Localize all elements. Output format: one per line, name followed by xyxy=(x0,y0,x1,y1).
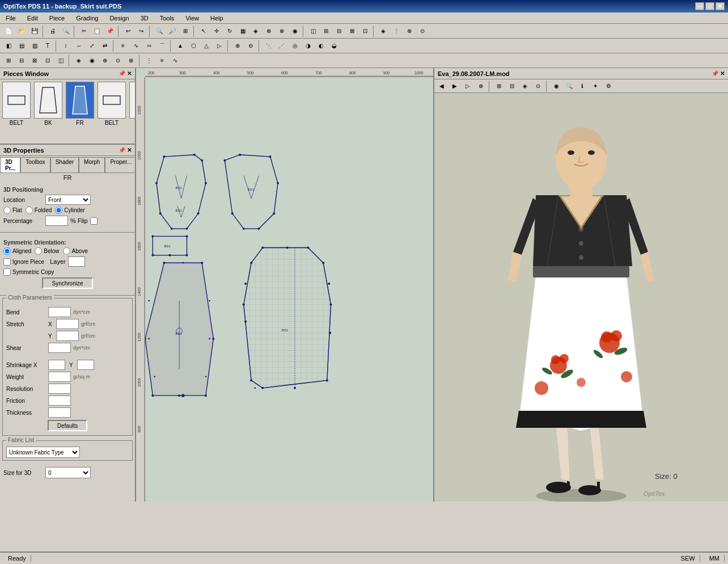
tb10[interactable]: ⊗ xyxy=(276,25,288,37)
above-radio[interactable] xyxy=(63,247,70,255)
stretch-x-input[interactable]: 1000 xyxy=(56,319,79,329)
tab-toolbox[interactable]: Toolbox xyxy=(20,157,50,172)
print-button[interactable]: 🖨 xyxy=(46,25,59,37)
cut-button[interactable]: ✂ xyxy=(78,25,90,37)
menu-edit[interactable]: Edit xyxy=(24,14,41,23)
3d-tb10[interactable]: 🔍 xyxy=(563,80,575,92)
piece-item-bk[interactable]: BK xyxy=(34,82,62,140)
3d-tb3[interactable]: ▷ xyxy=(462,80,474,92)
tb2-1[interactable]: ◧ xyxy=(2,40,15,52)
tab-shader[interactable]: Shader xyxy=(50,157,79,172)
defaults-button[interactable]: Defaults xyxy=(48,420,87,431)
tb2-2[interactable]: ▤ xyxy=(15,40,28,52)
tb2-19[interactable]: ⋱ xyxy=(263,40,275,52)
tb2-15[interactable]: △ xyxy=(200,40,213,52)
tb3-6[interactable]: ◈ xyxy=(73,54,85,67)
3d-tb8[interactable]: ⊙ xyxy=(532,80,544,92)
piece-item-belt1[interactable]: BELT xyxy=(2,82,31,140)
tb2-9[interactable]: ≡ xyxy=(117,40,129,52)
zoom-fit[interactable]: ⊞ xyxy=(179,25,192,37)
tb3-12[interactable]: ≡ xyxy=(156,54,168,67)
tb2-23[interactable]: ◐ xyxy=(315,40,327,52)
menu-view[interactable]: View xyxy=(182,14,202,23)
tb2-20[interactable]: ⋰ xyxy=(276,40,288,52)
tb2-6[interactable]: ↔ xyxy=(73,40,85,52)
tb2-3[interactable]: ▧ xyxy=(28,40,41,52)
tb2-5[interactable]: ↕ xyxy=(60,40,72,52)
tab-morph[interactable]: Morph xyxy=(79,157,105,172)
sym-copy-label[interactable]: Symmetric Copy xyxy=(3,268,54,276)
view-3d-pin[interactable]: 📌 xyxy=(712,70,718,77)
tb2-4[interactable]: T xyxy=(41,40,54,52)
piece-item-fr[interactable]: FR xyxy=(66,82,94,140)
below-radio[interactable] xyxy=(35,247,42,255)
tb12[interactable]: ◫ xyxy=(307,25,319,37)
tb3-7[interactable]: ◉ xyxy=(86,54,98,67)
flat-radio-label[interactable]: Flat xyxy=(3,207,22,214)
tb20[interactable]: ⊙ xyxy=(416,25,429,37)
tb9[interactable]: ⊕ xyxy=(263,25,275,37)
ignore-piece-checkbox[interactable] xyxy=(3,258,11,266)
tb3-2[interactable]: ⊟ xyxy=(15,54,28,67)
tb2-22[interactable]: ◑ xyxy=(302,40,314,52)
tb3-10[interactable]: ⊗ xyxy=(125,54,137,67)
tb7[interactable]: ▦ xyxy=(236,25,249,37)
save-button[interactable]: 💾 xyxy=(28,25,41,37)
tb11[interactable]: ◉ xyxy=(289,25,301,37)
3d-tb13[interactable]: ⚙ xyxy=(602,80,615,92)
tb3-5[interactable]: ◫ xyxy=(54,54,67,67)
tab-3d-props[interactable]: 3D Pr... xyxy=(0,157,20,172)
layer-input[interactable]: 1 xyxy=(68,256,85,267)
tb2-11[interactable]: ∾ xyxy=(143,40,155,52)
open-button[interactable]: 📂 xyxy=(15,25,28,37)
aligned-radio[interactable] xyxy=(3,247,11,255)
piece-item-fr1[interactable]: FR1 xyxy=(129,82,135,140)
menu-grading[interactable]: Grading xyxy=(73,14,101,23)
piece-item-belt2[interactable]: BELT xyxy=(98,82,126,140)
weight-input[interactable]: 180 xyxy=(48,372,71,382)
fabric-select[interactable]: Unknown Fabric Type xyxy=(6,447,80,458)
paste-button[interactable]: 📌 xyxy=(104,25,116,37)
tb13[interactable]: ⊞ xyxy=(320,25,332,37)
menu-tools[interactable]: Tools xyxy=(156,14,178,23)
3d-tb6[interactable]: ⊟ xyxy=(506,80,518,92)
copy-button[interactable]: 📋 xyxy=(91,25,103,37)
shrinkage-x-input[interactable]: 0 xyxy=(48,360,65,370)
tb2-17[interactable]: ⊕ xyxy=(231,40,244,52)
tb3-1[interactable]: ⊞ xyxy=(2,54,15,67)
maximize-button[interactable]: □ xyxy=(705,2,714,10)
cylinder-radio-label[interactable]: Cylinder xyxy=(55,207,85,214)
zoom-in[interactable]: 🔍 xyxy=(153,25,166,37)
tb2-16[interactable]: ▷ xyxy=(213,40,226,52)
tb2-18[interactable]: ⊖ xyxy=(244,40,257,52)
undo-button[interactable]: ↩ xyxy=(122,25,134,37)
tb18[interactable]: ⋮ xyxy=(390,25,403,37)
tb17[interactable]: ◈ xyxy=(377,25,390,37)
menu-piece[interactable]: Piece xyxy=(46,14,69,23)
tb8[interactable]: ◈ xyxy=(249,25,262,37)
tb3-3[interactable]: ⊠ xyxy=(28,54,41,67)
pattern-canvas[interactable]: BS1 BS1 xyxy=(145,77,433,502)
new-button[interactable]: 📄 xyxy=(2,25,15,37)
size-3d-select[interactable]: 0 xyxy=(45,467,91,478)
tb19[interactable]: ⊕ xyxy=(403,25,416,37)
move-tool[interactable]: ✛ xyxy=(210,25,223,37)
tb3-9[interactable]: ⊙ xyxy=(112,54,124,67)
location-select[interactable]: Front Back Left Right xyxy=(45,195,91,205)
sym-copy-checkbox[interactable] xyxy=(3,268,11,276)
close-button[interactable]: ✕ xyxy=(716,2,725,10)
tab-proper[interactable]: Proper... xyxy=(105,157,136,172)
above-label[interactable]: Above xyxy=(63,247,88,255)
tb15[interactable]: ⊠ xyxy=(346,25,358,37)
print-preview[interactable]: 🔍 xyxy=(60,25,72,37)
folded-radio[interactable] xyxy=(26,207,33,214)
tb16[interactable]: ⊡ xyxy=(359,25,371,37)
tb2-24[interactable]: ◒ xyxy=(328,40,340,52)
percentage-input[interactable]: 0 xyxy=(45,216,68,226)
tb3-13[interactable]: ∿ xyxy=(169,54,181,67)
minimize-button[interactable]: — xyxy=(695,2,704,10)
below-label[interactable]: Below xyxy=(35,247,59,255)
tb2-21[interactable]: ◎ xyxy=(289,40,301,52)
tb2-13[interactable]: ▲ xyxy=(174,40,187,52)
stretch-y-input[interactable]: 500 xyxy=(56,331,79,341)
